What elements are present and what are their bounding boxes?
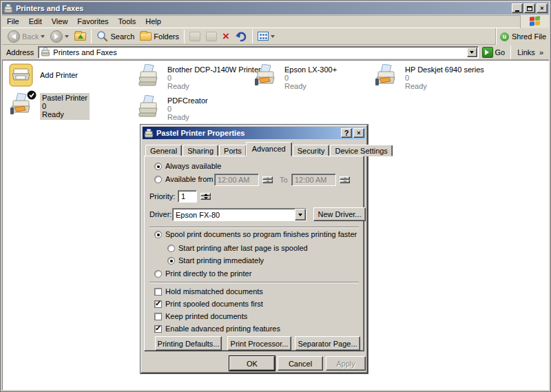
tab-device-settings[interactable]: Device Settings [330, 145, 392, 156]
toolbar-separator [91, 30, 92, 43]
printer-item-brother[interactable]: Brother DCP-J140W Printer 0 Ready [136, 64, 261, 90]
printer-name: Add Printer [40, 71, 78, 79]
address-combobox[interactable]: Printers and Faxes [38, 46, 478, 59]
menu-view[interactable]: View [47, 16, 73, 27]
window-titlebar[interactable]: Printers and Faxes × [2, 2, 549, 14]
search-button[interactable]: Search [94, 30, 137, 43]
forward-button[interactable] [48, 30, 72, 43]
tab-sharing[interactable]: Sharing [183, 145, 218, 156]
folders-icon [140, 32, 152, 41]
separator-line [149, 282, 359, 283]
enable-advanced-checkbox[interactable]: Enable advanced printing features [154, 324, 280, 333]
print-directly-radio[interactable]: Print directly to the printer [154, 269, 251, 278]
radio-icon[interactable] [154, 163, 162, 170]
menu-help[interactable]: Help [141, 16, 166, 27]
go-button[interactable]: Go [479, 47, 509, 58]
maximize-button[interactable] [524, 3, 535, 13]
views-button[interactable] [255, 31, 278, 41]
address-dropdown-button[interactable] [467, 48, 477, 57]
undo-button[interactable] [232, 30, 250, 43]
back-button[interactable]: Back [5, 30, 48, 43]
print-spooled-first-checkbox[interactable]: Print spooled documents first [154, 300, 263, 308]
folders-button[interactable]: Folders [137, 32, 182, 41]
menu-favorites[interactable]: Favorites [72, 16, 113, 27]
spool-radio[interactable]: Spool print documents so program finishe… [154, 230, 357, 238]
always-available-label: Always available [165, 162, 221, 170]
tab-ports[interactable]: Ports [219, 145, 247, 156]
go-icon [482, 47, 493, 58]
cancel-button[interactable]: Cancel [278, 356, 323, 371]
enable-advanced-label: Enable advanced printing features [165, 324, 280, 333]
checkbox-icon[interactable] [154, 288, 162, 296]
shred-file-icon: u [500, 32, 509, 41]
new-driver-button[interactable]: New Driver... [313, 207, 366, 221]
properties-button-disabled [203, 31, 220, 42]
separator-page-button[interactable]: Separator Page... [295, 336, 360, 351]
dialog-close-button[interactable]: × [353, 128, 364, 138]
close-button[interactable]: × [537, 3, 548, 13]
folders-label: Folders [154, 32, 179, 41]
radio-icon[interactable] [167, 245, 175, 252]
windows-logo [520, 15, 549, 28]
available-from-radio[interactable]: Available from [154, 175, 214, 183]
checkbox-icon[interactable] [154, 313, 162, 320]
checkbox-icon[interactable] [154, 325, 162, 333]
driver-combobox[interactable]: Epson FX-80 [172, 208, 306, 221]
priority-spin-buttons[interactable] [200, 193, 211, 200]
menu-file[interactable]: File [2, 16, 24, 27]
radio-icon[interactable] [154, 270, 162, 278]
hold-mismatched-checkbox[interactable]: Hold mismatched documents [154, 287, 263, 296]
printer-status: Ready [42, 110, 87, 118]
address-value: Printers and Faxes [53, 48, 466, 56]
dialog-titlebar[interactable]: Pastel Printer Properties ? × [143, 127, 366, 139]
search-label: Search [110, 32, 134, 41]
tab-advanced[interactable]: Advanced [246, 142, 292, 156]
minimize-button[interactable] [512, 3, 523, 13]
addressbar-separator [510, 45, 511, 59]
dialog-tabs: General Sharing Ports Advanced Security … [145, 143, 363, 156]
tab-general[interactable]: General [145, 145, 182, 156]
printer-icon [3, 4, 13, 13]
tab-security[interactable]: Security [293, 145, 330, 156]
printer-item-hp[interactable]: HP Deskjet 6940 series 0 Ready [373, 64, 484, 90]
delete-button[interactable]: × [220, 30, 232, 43]
links-toolbar[interactable]: Links » [513, 48, 548, 56]
printer-item-pastel[interactable]: Pastel Printer 0 Ready [8, 93, 90, 120]
set-default-button-disabled [187, 31, 203, 42]
to-time-spin-buttons [340, 176, 350, 183]
printer-item-epson[interactable]: Epson LX-300+ 0 Ready [253, 64, 337, 90]
start-after-last-page-radio[interactable]: Start printing after last page is spoole… [167, 244, 308, 252]
forward-dropdown-icon[interactable] [65, 35, 69, 40]
printing-defaults-label: Printing Defaults... [158, 340, 220, 348]
apply-button: Apply [326, 356, 366, 371]
keep-printed-checkbox[interactable]: Keep printed documents [154, 312, 247, 320]
driver-dropdown-button[interactable] [295, 209, 306, 220]
start-immediately-radio[interactable]: Start printing immediately [167, 256, 264, 265]
priority-label: Priority: [149, 192, 175, 200]
windows-flag-icon [530, 16, 541, 27]
links-chevron-icon: » [539, 48, 543, 56]
printer-item-pdfcreator[interactable]: PDFCreator 0 Ready [136, 95, 208, 121]
shred-file-button[interactable]: u Shred File [495, 28, 549, 45]
checkbox-icon[interactable] [154, 300, 162, 308]
printing-defaults-button[interactable]: Printing Defaults... [155, 336, 222, 351]
priority-spinner[interactable]: 1 [178, 189, 211, 203]
print-processor-button[interactable]: Print Processor... [227, 336, 291, 351]
always-available-radio[interactable]: Always available [154, 162, 221, 170]
priority-value[interactable]: 1 [178, 190, 197, 203]
ok-button[interactable]: OK [229, 356, 275, 371]
start-immediately-label: Start printing immediately [178, 256, 264, 265]
radio-icon[interactable] [154, 231, 162, 238]
dialog-help-button[interactable]: ? [341, 128, 352, 138]
printers-and-faxes-window: Printers and Faxes × File Edit View Favo… [0, 0, 551, 392]
add-printer-item[interactable]: Add Printer [8, 63, 78, 87]
shred-file-label: Shred File [512, 32, 546, 41]
menu-tools[interactable]: Tools [114, 16, 141, 27]
back-dropdown-icon[interactable] [41, 35, 45, 40]
up-button[interactable] [72, 32, 89, 41]
radio-icon[interactable] [154, 176, 162, 183]
radio-icon[interactable] [167, 257, 175, 265]
menu-edit[interactable]: Edit [24, 16, 47, 27]
back-label: Back [22, 32, 39, 41]
views-dropdown-icon[interactable] [271, 35, 275, 40]
